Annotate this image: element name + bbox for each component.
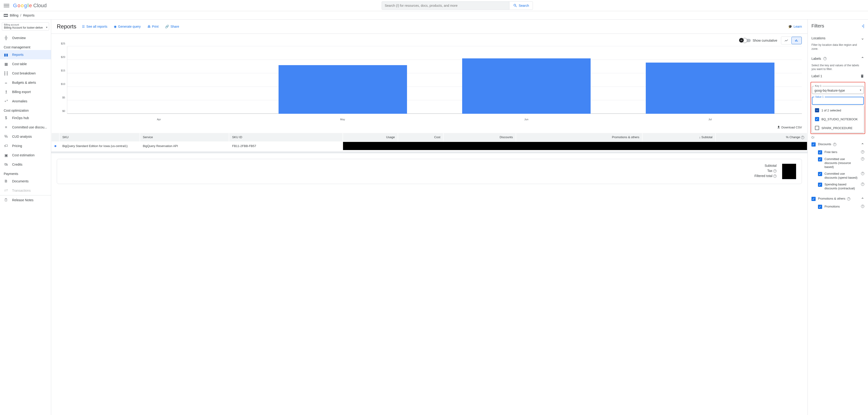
learn-button[interactable]: 🎓Learn bbox=[788, 25, 802, 28]
release-notes-icon: 🗒 bbox=[4, 198, 8, 202]
breadcrumb-reports[interactable]: Reports bbox=[23, 13, 34, 17]
bar[interactable] bbox=[279, 65, 407, 114]
bar[interactable] bbox=[462, 58, 591, 114]
cumulative-toggle[interactable]: − bbox=[743, 39, 751, 42]
col-discounts[interactable]: Discounts bbox=[443, 133, 516, 141]
sidebar-item-budgets[interactable]: ⏛Budgets & alerts bbox=[0, 78, 51, 87]
generate-query-button[interactable]: ◉Generate query bbox=[114, 25, 141, 28]
help-icon[interactable]: ? bbox=[861, 172, 864, 175]
discounts-header[interactable]: ✓ Discounts ? ⌃ bbox=[811, 141, 864, 149]
help-icon[interactable]: ? bbox=[801, 136, 804, 139]
help-icon[interactable]: ? bbox=[773, 174, 777, 178]
help-icon[interactable]: ? bbox=[823, 57, 827, 60]
checkbox-checked[interactable]: ✓ bbox=[811, 142, 816, 147]
help-icon[interactable]: ? bbox=[773, 169, 777, 172]
report-header: Reports ☰See all reports ◉Generate query… bbox=[51, 20, 807, 34]
col-change[interactable]: % Change? bbox=[716, 133, 807, 141]
bar[interactable] bbox=[646, 63, 774, 114]
cud-spend-checkbox[interactable]: ✓Committed use discounts (spend based)? bbox=[811, 170, 864, 181]
sidebar-item-cud[interactable]: ≡Committed use discou... bbox=[0, 123, 51, 132]
help-icon[interactable]: ? bbox=[861, 205, 864, 208]
help-icon[interactable]: ? bbox=[833, 143, 836, 146]
dropdown-summary[interactable]: − 1 of 2 selected bbox=[812, 106, 864, 115]
labels-title: Labels bbox=[811, 57, 821, 61]
bar-chart-button[interactable] bbox=[792, 37, 802, 44]
download-csv-button[interactable]: Download CSV bbox=[777, 125, 802, 129]
scrollbar-horizontal[interactable] bbox=[51, 152, 807, 153]
google-cloud-logo[interactable]: GoogleCloud bbox=[13, 3, 47, 9]
link-icon: 🔗 bbox=[165, 25, 169, 28]
sidebar-item-finops[interactable]: $FinOps hub bbox=[0, 113, 51, 123]
delete-label-icon[interactable] bbox=[860, 74, 864, 78]
cud-resource-checkbox[interactable]: ✓Committed use discounts (resource based… bbox=[811, 156, 864, 170]
checkbox-checked[interactable]: ✓ bbox=[815, 117, 819, 121]
export-icon: ↥ bbox=[4, 90, 8, 94]
sidebar-item-label: FinOps hub bbox=[12, 116, 29, 120]
search-button[interactable]: Search bbox=[509, 2, 533, 9]
help-icon[interactable]: ? bbox=[861, 150, 864, 154]
billing-icon bbox=[4, 14, 8, 17]
line-chart-button[interactable] bbox=[781, 37, 792, 44]
menu-icon[interactable] bbox=[4, 3, 9, 8]
sidebar-item-label: Committed use discou... bbox=[12, 125, 47, 129]
col-sku-id[interactable]: SKU ID bbox=[229, 133, 342, 141]
checkbox-unchecked[interactable] bbox=[815, 126, 819, 130]
sidebar-item-credits[interactable]: 🛍Credits bbox=[0, 160, 51, 169]
dropdown-option-bq-studio-notebook[interactable]: ✓ BQ_STUDIO_NOTEBOOK bbox=[812, 115, 864, 124]
sidebar-item-label: Credits bbox=[12, 163, 22, 166]
checkbox-checked[interactable]: ✓ bbox=[811, 197, 816, 201]
col-service[interactable]: Service bbox=[140, 133, 229, 141]
sidebar-item-transactions[interactable]: ⮂Transactions bbox=[0, 186, 51, 195]
labels-header[interactable]: Labels? ⌃ bbox=[811, 55, 864, 63]
breadcrumb-billing[interactable]: Billing bbox=[10, 13, 19, 17]
search-input[interactable] bbox=[382, 2, 509, 9]
dropdown-option-spark-procedure[interactable]: SPARK_PROCEDURE bbox=[812, 124, 864, 132]
key1-dropdown[interactable]: Key 1 goog-bq-feature-type ▼ bbox=[812, 86, 864, 94]
series-dot bbox=[55, 145, 56, 147]
locations-header[interactable]: Locations ⌄ bbox=[811, 34, 864, 42]
help-icon[interactable]: ? bbox=[847, 197, 850, 200]
promotions-header[interactable]: ✓ Promotions & others ? ⌃ bbox=[811, 195, 864, 203]
see-all-reports-button[interactable]: ☰See all reports bbox=[82, 25, 107, 28]
download-csv-label: Download CSV bbox=[781, 126, 802, 129]
sidebar-item-pricing[interactable]: 🏷Pricing bbox=[0, 141, 51, 151]
filter-promotions: ✓ Promotions & others ? ⌃ ✓Promotions? bbox=[808, 194, 868, 212]
sidebar-item-billing-export[interactable]: ↥Billing export bbox=[0, 87, 51, 97]
value1-dropdown[interactable]: Value 1 bbox=[812, 97, 864, 105]
col-promo[interactable]: Promotions & others bbox=[516, 133, 642, 141]
sidebar-item-cost-estimation[interactable]: ▣Cost estimation bbox=[0, 151, 51, 160]
sidebar-item-reports[interactable]: ▮▮Reports bbox=[0, 50, 51, 59]
sidebar-item-label: Documents bbox=[12, 179, 29, 183]
col-sku[interactable]: SKU bbox=[60, 133, 140, 141]
sidebar-item-cost-breakdown[interactable]: ┇┇Cost breakdown bbox=[0, 69, 51, 78]
sidebar-item-label: Overview bbox=[12, 36, 26, 40]
col-usage[interactable]: Usage bbox=[343, 133, 398, 141]
col-subtotal[interactable]: ↓ Subtotal bbox=[643, 133, 715, 141]
sidebar-item-overview[interactable]: ╬Overview bbox=[0, 33, 51, 42]
table-row[interactable]: BigQuery Standard Edition for Iowa (us-c… bbox=[52, 142, 807, 150]
spend-contractual-checkbox[interactable]: ✓Spending based discounts (contractual)? bbox=[811, 181, 864, 192]
print-button[interactable]: 🖶Print bbox=[147, 25, 159, 28]
checkbox-indeterminate[interactable]: − bbox=[815, 108, 819, 113]
sidebar-item-documents[interactable]: 🗎Documents bbox=[0, 177, 51, 186]
sidebar-item-cud-analysis[interactable]: %CUD analysis bbox=[0, 132, 51, 141]
account-selector-label: Billing account bbox=[4, 24, 47, 26]
help-icon[interactable]: ? bbox=[861, 183, 864, 186]
help-icon[interactable]: ? bbox=[861, 157, 864, 161]
budget-icon: ⏛ bbox=[4, 80, 8, 85]
chevron-down-icon: ⌄ bbox=[861, 36, 864, 41]
share-button[interactable]: 🔗Share bbox=[165, 25, 179, 28]
share-label: Share bbox=[170, 25, 179, 28]
bar-chart-icon bbox=[795, 38, 799, 42]
collapse-filters-icon[interactable]: ›| bbox=[862, 24, 864, 28]
sidebar-item-cost-table[interactable]: ▦Cost table bbox=[0, 59, 51, 69]
col-cost[interactable]: Cost bbox=[398, 133, 443, 141]
cud-icon: ≡ bbox=[4, 125, 8, 130]
sidebar-item-anomalies[interactable]: ∘°Anomalies bbox=[0, 97, 51, 106]
sidebar-item-release-notes[interactable]: 🗒Release Notes bbox=[0, 195, 51, 205]
filter-discounts: ✓ Discounts ? ⌃ ✓Free tiers? ✓Committed … bbox=[808, 139, 868, 194]
totals-box: Subtotal Tax? Filtered total? bbox=[57, 159, 802, 184]
promotions-checkbox[interactable]: ✓Promotions? bbox=[811, 203, 864, 210]
free-tiers-checkbox[interactable]: ✓Free tiers? bbox=[811, 149, 864, 156]
billing-account-selector[interactable]: Billing account Billing Account for look… bbox=[2, 22, 49, 30]
